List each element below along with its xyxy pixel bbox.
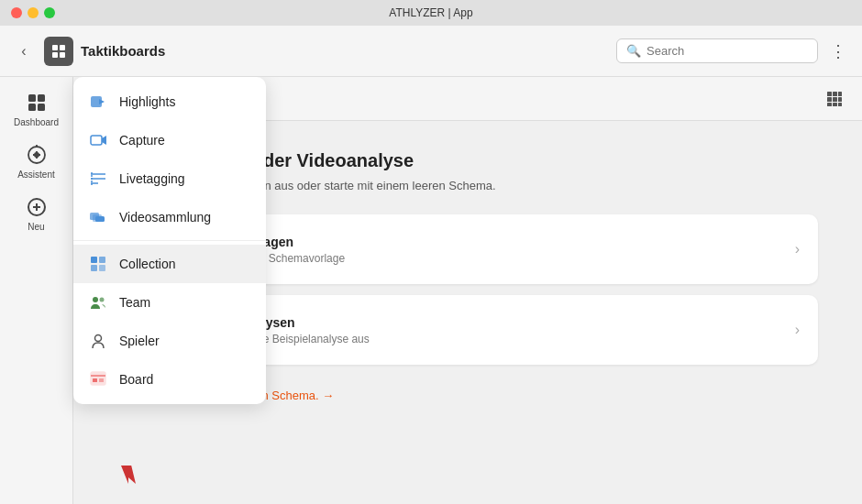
beispielanalysen-chevron-icon: › bbox=[795, 322, 800, 338]
grid-icon bbox=[826, 91, 843, 107]
new-icon bbox=[24, 194, 50, 220]
back-button[interactable]: ‹ bbox=[11, 38, 37, 64]
dropdown-divider-1 bbox=[73, 240, 266, 241]
collection-icon bbox=[88, 254, 108, 274]
team-label: Team bbox=[119, 295, 150, 310]
assistant-label: Assistent bbox=[17, 170, 55, 180]
beispielanalysen-card-title: Beispielanalysen bbox=[191, 315, 780, 330]
spieler-label: Spieler bbox=[119, 334, 160, 348]
svg-rect-39 bbox=[827, 92, 832, 96]
capture-label: Capture bbox=[119, 133, 165, 148]
schemavorlagen-card-title: Schemavorlagen bbox=[191, 235, 780, 249]
svg-rect-1 bbox=[60, 45, 65, 50]
maximize-button[interactable] bbox=[44, 7, 55, 18]
svg-rect-47 bbox=[838, 103, 842, 106]
svg-rect-3 bbox=[60, 52, 65, 58]
svg-rect-43 bbox=[833, 97, 837, 102]
dropdown-item-team[interactable]: Team bbox=[73, 283, 266, 322]
minimize-button[interactable] bbox=[28, 7, 39, 18]
dropdown-item-livetagging[interactable]: Livetagging bbox=[73, 159, 266, 198]
svg-rect-27 bbox=[91, 265, 97, 271]
svg-rect-4 bbox=[28, 94, 36, 102]
svg-rect-28 bbox=[99, 265, 105, 271]
schemavorlagen-chevron-icon: › bbox=[795, 241, 800, 257]
more-button[interactable]: ⋮ bbox=[825, 38, 851, 64]
team-icon bbox=[88, 292, 108, 312]
svg-rect-44 bbox=[838, 97, 842, 102]
collection-label: Collection bbox=[119, 257, 175, 271]
grid-view-button[interactable] bbox=[822, 86, 847, 112]
board-icon bbox=[88, 369, 108, 389]
page-title: Taktikboards bbox=[81, 43, 609, 59]
livetagging-icon bbox=[88, 169, 108, 189]
dropdown-item-board[interactable]: Board bbox=[73, 360, 266, 399]
svg-rect-46 bbox=[833, 103, 837, 106]
svg-rect-34 bbox=[93, 378, 97, 382]
sidebar: Dashboard Assistent bbox=[0, 77, 73, 504]
schemavorlagen-card-text: Schemavorlagen Starte mit einer Schemavo… bbox=[191, 235, 780, 265]
svg-rect-0 bbox=[52, 45, 58, 50]
dashboard-label: Dashboard bbox=[14, 117, 59, 127]
svg-rect-5 bbox=[38, 94, 45, 102]
title-bar: ATHLYZER | App bbox=[0, 0, 862, 26]
svg-marker-17 bbox=[102, 136, 106, 145]
board-label: Board bbox=[119, 372, 153, 387]
spieler-icon bbox=[88, 331, 108, 351]
sidebar-item-new[interactable]: Neu bbox=[7, 189, 66, 237]
dropdown-item-highlights[interactable]: Highlights bbox=[73, 82, 266, 121]
svg-point-10 bbox=[34, 152, 39, 158]
beispielanalysen-card-desc: Wähle jetzt eine Beispielanalyse aus bbox=[191, 333, 780, 345]
new-label: Neu bbox=[28, 222, 44, 232]
svg-rect-40 bbox=[833, 92, 837, 96]
dashboard-icon bbox=[24, 90, 50, 115]
svg-rect-41 bbox=[838, 92, 842, 96]
svg-rect-16 bbox=[91, 136, 102, 145]
svg-rect-25 bbox=[91, 257, 97, 263]
highlights-label: Highlights bbox=[119, 94, 175, 109]
sidebar-item-assistant[interactable]: Assistent bbox=[7, 137, 66, 185]
dropdown-menu: Highlights Capture bbox=[73, 77, 266, 404]
svg-rect-6 bbox=[28, 104, 36, 111]
videosammlung-icon bbox=[88, 207, 108, 227]
svg-point-29 bbox=[93, 297, 98, 302]
main-area: Dashboard Assistent bbox=[0, 77, 862, 504]
svg-rect-26 bbox=[99, 257, 105, 263]
svg-rect-24 bbox=[95, 216, 105, 222]
window-title: ATHLYZER | App bbox=[389, 6, 472, 19]
highlights-icon bbox=[88, 92, 108, 112]
search-bar[interactable]: 🔍 bbox=[616, 38, 818, 63]
svg-rect-7 bbox=[38, 104, 45, 111]
dropdown-item-videosammlung[interactable]: Videosammlung bbox=[73, 198, 266, 236]
search-icon: 🔍 bbox=[626, 44, 641, 58]
svg-rect-45 bbox=[827, 103, 832, 106]
close-button[interactable] bbox=[11, 7, 22, 18]
traffic-lights bbox=[11, 7, 55, 18]
svg-rect-32 bbox=[91, 372, 105, 385]
top-bar: ‹ Taktikboards 🔍 ⋮ bbox=[0, 26, 862, 77]
assistant-icon bbox=[24, 142, 50, 168]
home-icon bbox=[51, 44, 66, 59]
svg-point-30 bbox=[100, 298, 105, 302]
sidebar-item-dashboard[interactable]: Dashboard bbox=[7, 84, 66, 133]
svg-rect-2 bbox=[52, 52, 58, 58]
search-input[interactable] bbox=[646, 44, 808, 58]
app-container: ‹ Taktikboards 🔍 ⋮ bbox=[0, 26, 862, 504]
dropdown-item-spieler[interactable]: Spieler bbox=[73, 322, 266, 360]
capture-icon bbox=[88, 130, 108, 150]
dropdown-item-capture[interactable]: Capture bbox=[73, 121, 266, 159]
svg-point-31 bbox=[95, 335, 102, 342]
schemavorlagen-card-desc: Starte mit einer Schemavorlage bbox=[191, 252, 780, 265]
home-title: Home bbox=[180, 91, 814, 107]
dashboard-icon-button[interactable] bbox=[44, 37, 73, 66]
livetagging-label: Livetagging bbox=[119, 171, 185, 186]
videosammlung-label: Videosammlung bbox=[119, 210, 211, 225]
dropdown-item-collection[interactable]: Collection bbox=[73, 245, 266, 283]
svg-rect-42 bbox=[827, 97, 832, 102]
svg-rect-35 bbox=[99, 378, 104, 382]
beispielanalysen-card-text: Beispielanalysen Wähle jetzt eine Beispi… bbox=[191, 315, 780, 345]
